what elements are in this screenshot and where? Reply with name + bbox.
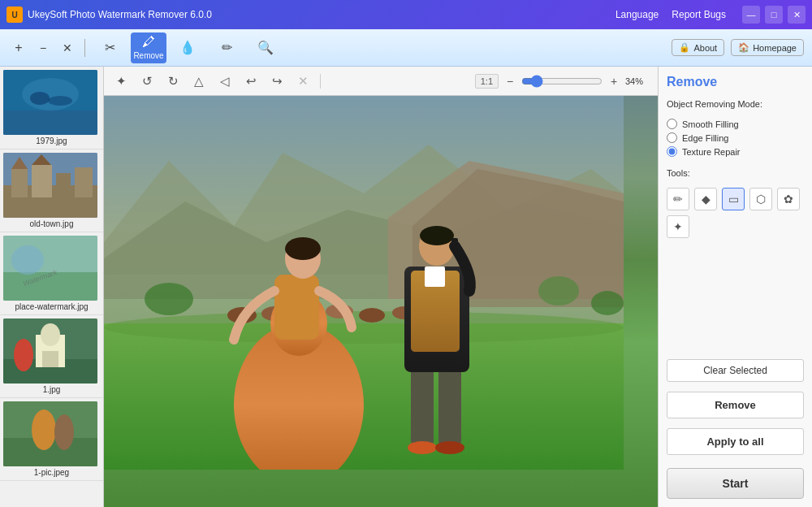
thumbnail-label-watermark: place-watermark.jpg xyxy=(3,302,100,311)
panel-title: Remove xyxy=(667,75,804,89)
crop-tool-button[interactable]: ✂ xyxy=(92,32,127,63)
svg-point-2 xyxy=(22,78,79,110)
svg-rect-9 xyxy=(56,173,71,197)
thumbnail-image-watermark: Watermark xyxy=(3,236,97,301)
start-button[interactable]: Start xyxy=(667,468,804,499)
svg-point-25 xyxy=(32,410,56,450)
thumbnail-image-oldtown xyxy=(3,153,97,218)
crop-icon: ✂ xyxy=(105,40,115,55)
flip-vertical-button[interactable]: △ xyxy=(188,71,209,92)
remove-tool-button[interactable]: 🖍 Remove xyxy=(131,32,166,63)
app-title: UkeySoft Photo Watermark Remover 6.0.0 xyxy=(28,9,615,20)
thumbnail-item-1pic[interactable]: 1-pic.jpeg xyxy=(0,398,103,481)
svg-point-54 xyxy=(435,441,464,454)
lock-icon: 🔒 xyxy=(679,42,690,53)
zoom-in-button[interactable]: + xyxy=(606,73,622,89)
rotate-left-button[interactable]: ↺ xyxy=(136,71,158,92)
image-toolbar: ✦ ↺ ↻ △ ◁ ↩ ↪ ✕ 1:1 − + 34% xyxy=(104,67,658,96)
polygon-icon: ⬡ xyxy=(756,193,766,206)
svg-point-53 xyxy=(408,441,437,454)
thumbnail-item-1[interactable]: 1.jpg xyxy=(0,315,103,398)
main-layout: 1979.jpg old-town.jpg xyxy=(0,67,812,507)
main-image xyxy=(104,96,658,507)
svg-point-38 xyxy=(359,308,385,323)
clear-selected-button[interactable]: Clear Selected xyxy=(667,359,804,382)
edge-filling-radio[interactable] xyxy=(667,132,677,143)
svg-rect-1 xyxy=(3,110,97,135)
minimize-button[interactable]: — xyxy=(742,6,760,24)
image-editor-area: ✦ ↺ ↻ △ ◁ ↩ ↪ ✕ 1:1 − + 34% xyxy=(104,67,658,507)
svg-rect-7 xyxy=(11,169,28,197)
svg-rect-42 xyxy=(274,275,319,340)
rectangle-tool-button[interactable]: ▭ xyxy=(722,188,745,210)
rotate-right-button[interactable]: ↻ xyxy=(162,71,184,92)
svg-point-22 xyxy=(14,339,33,371)
magic-wand-icon: ✦ xyxy=(673,220,683,233)
maximize-button[interactable]: □ xyxy=(765,6,783,24)
thumbnail-sidebar: 1979.jpg old-town.jpg xyxy=(0,67,104,507)
smooth-filling-option[interactable]: Smooth Filling xyxy=(667,119,804,129)
toolbar-separator-1 xyxy=(84,39,85,57)
svg-rect-32 xyxy=(104,323,624,470)
svg-point-55 xyxy=(145,283,193,315)
thumbnail-image-1 xyxy=(3,318,97,384)
img-toolbar-separator xyxy=(320,74,321,89)
image-viewport[interactable] xyxy=(104,96,658,507)
language-button[interactable]: Language xyxy=(615,9,659,20)
select-tool-button[interactable]: ✦ xyxy=(110,71,132,92)
pencil-tool-button[interactable]: ✏ xyxy=(667,188,689,210)
report-bugs-button[interactable]: Report Bugs xyxy=(672,9,726,20)
zoom-percent-label: 34% xyxy=(625,76,651,86)
svg-point-44 xyxy=(285,237,321,260)
zoom-slider[interactable] xyxy=(521,75,603,88)
lasso-icon: ✿ xyxy=(784,193,793,206)
about-button[interactable]: 🔒 About xyxy=(672,39,724,56)
thumbnail-item-oldtown[interactable]: old-town.jpg xyxy=(0,150,103,232)
smooth-filling-radio[interactable] xyxy=(667,119,677,129)
remove-button[interactable]: Remove xyxy=(667,392,804,418)
smooth-filling-label: Smooth Filling xyxy=(682,119,739,129)
search-icon: 🔍 xyxy=(257,40,274,55)
thumbnail-item-1979[interactable]: 1979.jpg xyxy=(0,67,103,150)
magic-wand-button[interactable]: ✦ xyxy=(667,215,689,238)
homepage-button[interactable]: 🏠 Homepage xyxy=(731,39,804,56)
app-logo: U xyxy=(6,6,23,23)
polygon-tool-button[interactable]: ⬡ xyxy=(749,188,772,210)
thumbnail-label-oldtown: old-town.jpg xyxy=(3,219,100,228)
redo-button[interactable]: ↪ xyxy=(266,71,287,92)
add-files-button[interactable]: + xyxy=(8,37,29,58)
zoom-ratio-label: 1:1 xyxy=(475,74,499,89)
svg-point-51 xyxy=(420,226,454,245)
texture-repair-radio[interactable] xyxy=(667,146,677,157)
tools-section-label: Tools: xyxy=(667,168,804,178)
svg-rect-8 xyxy=(32,165,52,197)
fill-icon: 💧 xyxy=(179,40,196,55)
search-tool-button[interactable]: 🔍 xyxy=(248,32,283,63)
cancel-edit-button[interactable]: ✕ xyxy=(292,71,313,92)
apply-to-all-button[interactable]: Apply to all xyxy=(667,428,804,455)
zoom-out-button[interactable]: − xyxy=(502,73,518,89)
diamond-tool-button[interactable]: ◆ xyxy=(694,188,717,210)
edge-filling-label: Edge Filling xyxy=(682,133,728,143)
fill-tool-button[interactable]: 💧 xyxy=(170,32,205,63)
thumbnail-image-1979 xyxy=(3,70,97,135)
title-bar-links: Language Report Bugs xyxy=(615,9,726,20)
thumbnail-label-1979: 1979.jpg xyxy=(3,136,100,145)
removing-mode-group: Smooth Filling Edge Filling Texture Repa… xyxy=(667,119,804,157)
object-mode-label: Object Removing Mode: xyxy=(667,99,804,109)
flip-horizontal-button[interactable]: ◁ xyxy=(214,71,235,92)
tools-row: ✏ ◆ ▭ ⬡ ✿ ✦ xyxy=(667,188,804,238)
close-files-button[interactable]: ✕ xyxy=(57,37,78,58)
diamond-icon: ◆ xyxy=(702,193,710,206)
undo-button[interactable]: ↩ xyxy=(240,71,261,92)
svg-point-20 xyxy=(41,323,60,346)
remove-files-button[interactable]: − xyxy=(32,37,54,58)
texture-repair-option[interactable]: Texture Repair xyxy=(667,146,804,157)
toolbar-right: 🔒 About 🏠 Homepage xyxy=(672,39,804,56)
brush-tool-button[interactable]: ✏ xyxy=(209,32,244,63)
svg-point-15 xyxy=(11,245,44,275)
lasso-tool-button[interactable]: ✿ xyxy=(777,188,800,210)
edge-filling-option[interactable]: Edge Filling xyxy=(667,132,804,143)
thumbnail-item-watermark[interactable]: Watermark place-watermark.jpg xyxy=(0,232,103,315)
close-button[interactable]: ✕ xyxy=(788,6,806,24)
